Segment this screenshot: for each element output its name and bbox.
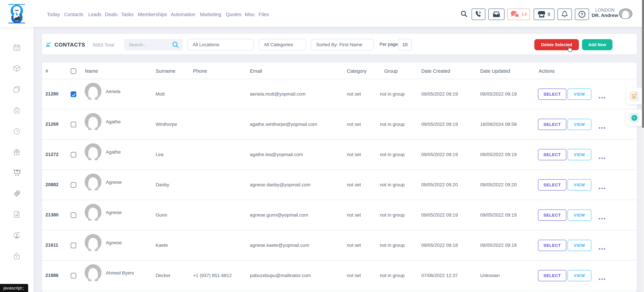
svg-text:?: ?: [580, 12, 583, 17]
svg-text:12: 12: [15, 47, 18, 50]
